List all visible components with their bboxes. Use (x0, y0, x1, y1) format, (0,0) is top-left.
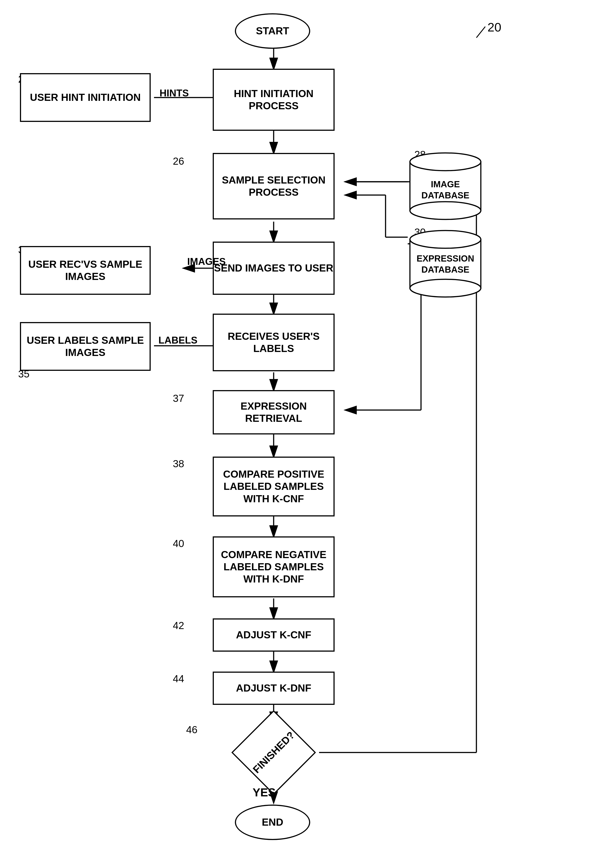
svg-point-28 (410, 153, 481, 171)
hint-init-shape: HINT INITIATION PROCESS (213, 69, 335, 131)
hints-label: HINTS (160, 87, 189, 99)
svg-line-26 (476, 26, 485, 38)
user-recvs-shape: USER REC'VS SAMPLE IMAGES (20, 246, 151, 295)
expression-ret-shape: EXPRESSION RETRIEVAL (213, 390, 335, 434)
expression-db-svg: EXPRESSION DATABASE (408, 226, 483, 302)
compare-neg-shape: COMPARE NEGATIVE LABELED SAMPLES WITH K-… (213, 536, 335, 597)
end-shape: END (235, 805, 310, 840)
svg-point-29 (410, 202, 481, 219)
label-37: 37 (173, 392, 184, 404)
adjust-kdnf-shape: ADJUST K-DNF (213, 671, 335, 705)
svg-text:IMAGE: IMAGE (431, 179, 460, 189)
svg-point-34 (410, 279, 481, 297)
label-42: 42 (173, 620, 184, 631)
user-labels-shape: USER LABELS SAMPLE IMAGES (20, 322, 151, 371)
send-images-shape: SEND IMAGES TO USER (213, 242, 335, 295)
label-40: 40 (173, 538, 184, 549)
images-label: IMAGES (187, 256, 226, 267)
svg-text:DATABASE: DATABASE (422, 265, 469, 274)
image-db-svg: IMAGE DATABASE (408, 149, 483, 224)
label-46: 46 (186, 724, 197, 736)
flowchart-diagram: 20 START 24 HINT INITIATION PROCESS 22 U… (0, 0, 616, 858)
image-db-shape: IMAGE DATABASE (408, 149, 483, 224)
compare-pos-shape: COMPARE POSITIVE LABELED SAMPLES WITH K-… (213, 457, 335, 516)
label-38: 38 (173, 458, 184, 470)
yes-label: YES (253, 786, 276, 799)
svg-point-33 (410, 230, 481, 248)
expression-db-shape: EXPRESSION DATABASE (408, 226, 483, 302)
sample-sel-shape: SAMPLE SELECTION PROCESS (213, 153, 335, 219)
finished-container: FINISHED? (228, 723, 319, 782)
user-hint-shape: USER HINT INITIATION (20, 73, 151, 122)
labels-label: LABELS (158, 335, 197, 346)
svg-text:DATABASE: DATABASE (422, 190, 469, 200)
label-44: 44 (173, 673, 184, 685)
receives-labels-shape: RECEIVES USER'S LABELS (213, 314, 335, 371)
adjust-kcnf-shape: ADJUST K-CNF (213, 619, 335, 652)
start-shape: START (235, 13, 310, 49)
svg-text:EXPRESSION: EXPRESSION (417, 253, 474, 263)
label-26: 26 (173, 155, 184, 167)
ref-arrow-20 (454, 22, 490, 40)
